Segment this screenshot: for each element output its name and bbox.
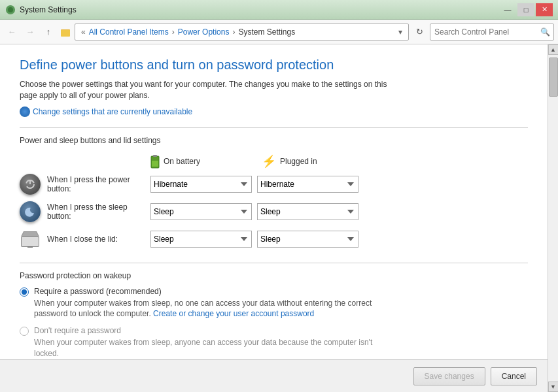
battery-col-header: On battery bbox=[150, 154, 262, 169]
main-layout: Define power buttons and turn on passwor… bbox=[0, 44, 558, 392]
no-require-password-label: Don't require a password bbox=[34, 326, 374, 335]
battery-icon bbox=[150, 154, 160, 169]
require-password-radio[interactable] bbox=[20, 287, 29, 297]
sleep-button-row: When I press the sleep button: Sleep Do … bbox=[20, 201, 528, 222]
plug-icon: ⚡ bbox=[262, 154, 276, 169]
address-bar: ← → ↑ « All Control Panel Items › Power … bbox=[0, 20, 558, 44]
breadcrumb-power-options[interactable]: Power Options bbox=[178, 27, 230, 37]
settings-link-text: Change settings that are currently unava… bbox=[33, 107, 192, 116]
search-container: 🔍 bbox=[430, 24, 554, 41]
lid-plugged-select[interactable]: Sleep Do nothing Hibernate Shut down Tur… bbox=[257, 231, 358, 248]
password-section: Password protection on wakeup Require a … bbox=[20, 271, 528, 359]
maximize-button[interactable]: □ bbox=[517, 3, 534, 16]
scrollbar-down-button[interactable]: ▼ bbox=[548, 382, 559, 392]
require-password-option: Require a password (recommended) When yo… bbox=[20, 287, 528, 320]
breadcrumb-dropdown[interactable]: ▾ bbox=[396, 27, 404, 37]
no-require-password-content: Don't require a password When your compu… bbox=[34, 326, 374, 359]
lid-row: When I close the lid: Sleep Do nothing H… bbox=[20, 229, 528, 250]
sleep-button-battery-select[interactable]: Sleep Do nothing Hibernate Shut down Tur… bbox=[150, 203, 252, 220]
no-require-password-option: Don't require a password When your compu… bbox=[20, 326, 528, 359]
power-button-plugged-select[interactable]: Hibernate Do nothing Sleep Shut down Tur… bbox=[257, 176, 358, 193]
section-divider-2 bbox=[20, 263, 528, 263]
bc-sep-0: « bbox=[81, 27, 86, 37]
no-require-password-desc: When your computer wakes from sleep, any… bbox=[34, 337, 374, 359]
window-title: System Settings bbox=[20, 5, 77, 14]
power-button-row: When I press the power button: Hibernate… bbox=[20, 174, 528, 195]
title-bar: System Settings — □ ✕ bbox=[0, 0, 558, 20]
bc-sep-1: › bbox=[172, 27, 175, 37]
up-button[interactable]: ↑ bbox=[41, 24, 56, 40]
lid-label: When I close the lid: bbox=[47, 235, 150, 244]
power-button-icon bbox=[20, 174, 41, 195]
svg-rect-10 bbox=[22, 237, 39, 246]
lid-battery-select[interactable]: Sleep Do nothing Hibernate Shut down Tur… bbox=[150, 231, 252, 248]
no-require-password-radio[interactable] bbox=[20, 327, 29, 336]
page-description: Choose the power settings that you want … bbox=[20, 79, 399, 101]
content-area: Define power buttons and turn on passwor… bbox=[0, 44, 548, 392]
svg-point-1 bbox=[8, 7, 13, 12]
title-bar-left: System Settings bbox=[5, 5, 77, 15]
power-button-battery-select[interactable]: Hibernate Do nothing Sleep Shut down Tur… bbox=[150, 176, 252, 193]
search-icon: 🔍 bbox=[540, 27, 550, 37]
sleep-button-plugged-select[interactable]: Sleep Do nothing Hibernate Shut down Tur… bbox=[257, 203, 358, 220]
refresh-button[interactable]: ↻ bbox=[411, 24, 427, 40]
page-title: Define power buttons and turn on passwor… bbox=[20, 57, 528, 73]
power-header-row: On battery ⚡ Plugged in bbox=[150, 154, 528, 169]
minimize-button[interactable]: — bbox=[499, 3, 516, 16]
breadcrumb-all-items[interactable]: All Control Panel Items bbox=[89, 27, 169, 37]
breadcrumb: « All Control Panel Items › Power Option… bbox=[75, 24, 409, 41]
power-settings-grid: On battery ⚡ Plugged in bbox=[20, 154, 528, 250]
back-button[interactable]: ← bbox=[4, 24, 20, 40]
breadcrumb-current: System Settings bbox=[238, 27, 295, 37]
require-password-label: Require a password (recommended) bbox=[34, 287, 374, 296]
settings-link-icon bbox=[20, 106, 30, 117]
close-button[interactable]: ✕ bbox=[536, 3, 553, 16]
svg-rect-5 bbox=[153, 155, 157, 157]
title-bar-controls: — □ ✕ bbox=[499, 3, 553, 16]
plugged-col-label: Plugged in bbox=[280, 157, 317, 166]
require-password-desc: When your computer wakes from sleep, no … bbox=[34, 298, 374, 320]
scrollbar-up-button[interactable]: ▲ bbox=[548, 44, 559, 55]
scrollbar-thumb[interactable] bbox=[549, 57, 558, 97]
save-changes-button[interactable]: Save changes bbox=[413, 367, 485, 385]
power-button-label: When I press the power button: bbox=[47, 175, 150, 193]
plugged-col-header: ⚡ Plugged in bbox=[262, 154, 373, 169]
battery-col-label: On battery bbox=[164, 157, 200, 166]
cancel-button[interactable]: Cancel bbox=[491, 367, 537, 385]
search-input[interactable] bbox=[430, 24, 554, 41]
app-icon bbox=[5, 5, 16, 15]
change-settings-link[interactable]: Change settings that are currently unava… bbox=[20, 106, 192, 117]
section1-title: Power and sleep buttons and lid settings bbox=[20, 136, 528, 145]
bottom-bar: Save changes Cancel bbox=[0, 359, 548, 392]
password-section-title: Password protection on wakeup bbox=[20, 271, 528, 280]
forward-button[interactable]: → bbox=[22, 24, 38, 40]
content-scroll: Define power buttons and turn on passwor… bbox=[0, 44, 548, 359]
create-password-link[interactable]: Create or change your user account passw… bbox=[153, 309, 314, 318]
sleep-button-icon bbox=[20, 201, 41, 222]
scrollbar: ▲ ▼ bbox=[548, 44, 558, 392]
bc-sep-2: › bbox=[232, 27, 235, 37]
require-password-content: Require a password (recommended) When yo… bbox=[34, 287, 374, 320]
folder-icon bbox=[60, 27, 71, 37]
lid-icon bbox=[20, 229, 41, 250]
sleep-button-label: When I press the sleep button: bbox=[47, 203, 150, 221]
svg-rect-6 bbox=[152, 161, 158, 167]
section-divider-1 bbox=[20, 127, 528, 128]
